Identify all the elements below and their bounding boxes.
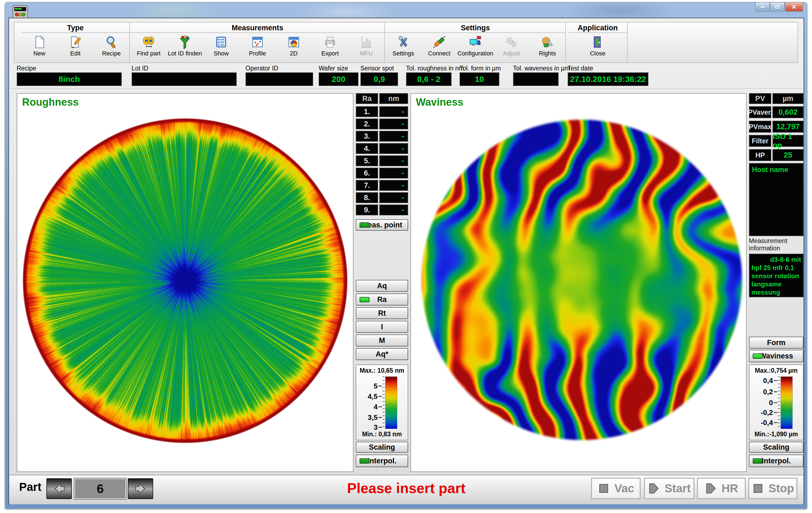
scale-tick-dash bbox=[378, 396, 382, 397]
toolbar-items: NewEditRecipe bbox=[21, 33, 129, 61]
roughness-interpol-button[interactable]: Interpol. bbox=[356, 455, 408, 467]
mode-button-aq-star[interactable]: Aq* bbox=[356, 348, 408, 360]
ra-row-value: - bbox=[379, 168, 408, 178]
mode-button-ra[interactable]: Ra bbox=[356, 293, 408, 306]
toolbar-button-2d[interactable]: 2D bbox=[276, 33, 312, 57]
scale-tick-label: 3,5 bbox=[368, 413, 378, 422]
scale-tick: 5 bbox=[356, 382, 382, 390]
toolbar-items: SettingsConnectConfigurationAdjustRights bbox=[385, 33, 566, 61]
field-value-lot-id[interactable] bbox=[132, 73, 237, 86]
toolbar-button-label: MFU bbox=[360, 50, 373, 57]
part-next-button[interactable] bbox=[128, 478, 153, 499]
mode-button-i[interactable]: I bbox=[356, 321, 408, 333]
bottom-bar: Part 6 Please insert part VacStartHRStop bbox=[9, 475, 803, 504]
toolbar-button-configuration[interactable]: Configuration bbox=[457, 33, 493, 57]
toolbar-button-label: Show bbox=[214, 50, 229, 57]
ra-row-value: - bbox=[379, 106, 408, 117]
toolbar-button-connect[interactable]: Connect bbox=[421, 33, 457, 57]
field-value-recipe[interactable]: 8inch bbox=[17, 73, 122, 86]
part-previous-button[interactable] bbox=[47, 478, 72, 499]
scale-bar-area: 54,543,53 bbox=[356, 376, 408, 429]
toolbar-button-close[interactable]: Close bbox=[568, 33, 627, 57]
toolbar-group-title: Application bbox=[568, 23, 627, 33]
minimize-button[interactable] bbox=[755, 2, 770, 12]
close-door-icon bbox=[590, 35, 605, 49]
toolbar-button-mfu[interactable]: MFU bbox=[348, 33, 384, 57]
waviness-title: Waviness bbox=[416, 96, 463, 108]
waviness-button[interactable]: Waviness bbox=[749, 350, 804, 362]
roughness-scaling-button[interactable]: Scaling bbox=[356, 442, 408, 453]
start-button[interactable]: Start bbox=[644, 478, 694, 499]
pv-row-label-pvaver: PVaver. bbox=[749, 106, 771, 118]
ra-row-value: - bbox=[379, 118, 408, 130]
title-bar[interactable]: ✕ bbox=[5, 2, 807, 18]
toolbar-button-new[interactable]: New bbox=[21, 33, 57, 57]
minor-ticks bbox=[778, 376, 780, 429]
vac-button[interactable]: Vac bbox=[591, 478, 641, 499]
start-button-label: Start bbox=[665, 482, 691, 495]
part-number-display[interactable]: 6 bbox=[74, 478, 126, 499]
toolbar: TypeNewEditRecipeMeasurementsFind partLo… bbox=[14, 22, 798, 63]
stop-button[interactable]: Stop bbox=[748, 478, 797, 499]
meas-point-button[interactable]: Meas. point bbox=[356, 219, 408, 231]
waviness-panel: Waviness bbox=[410, 93, 747, 472]
scale-min-label: Min.:-1,090 µm bbox=[750, 431, 803, 438]
waviness-scaling-button-label: Scaling bbox=[763, 443, 789, 452]
led-indicator bbox=[359, 297, 370, 302]
waviness-interpol-button[interactable]: Interpol. bbox=[749, 455, 804, 467]
field-value-wafer-size[interactable]: 200 bbox=[319, 73, 358, 86]
mode-button-ra-label: Ra bbox=[377, 295, 387, 304]
lot-id-funnel-icon bbox=[178, 35, 192, 49]
toolbar-button-settings[interactable]: Settings bbox=[385, 33, 421, 57]
close-window-button[interactable]: ✕ bbox=[785, 2, 803, 12]
mode-button-rt[interactable]: Rt bbox=[356, 307, 408, 319]
scale-tick-dash bbox=[378, 386, 382, 386]
field-value-tol-form-in-m[interactable]: 10 bbox=[460, 73, 499, 86]
recipe-magnifier-icon bbox=[104, 35, 118, 49]
maximize-button[interactable] bbox=[770, 2, 784, 12]
toolbar-button-rights[interactable]: Rights bbox=[529, 33, 566, 57]
toolbar-group-title: Measurements bbox=[130, 23, 384, 33]
hr-button[interactable]: HR bbox=[697, 478, 746, 499]
find-part-binoculars-icon bbox=[141, 35, 156, 49]
ra-row-value: - bbox=[379, 204, 408, 216]
host-name-label: Host name bbox=[749, 163, 803, 176]
pv-row-value: 25 bbox=[773, 149, 804, 161]
scale-tick-label: -0,2 bbox=[761, 408, 773, 417]
waviness-scaling-button[interactable]: Scaling bbox=[749, 442, 804, 453]
toolbar-button-adjust[interactable]: Adjust bbox=[493, 33, 529, 57]
ra-row-index: 3. bbox=[356, 131, 378, 142]
toolbar-button-show[interactable]: Show bbox=[203, 33, 239, 57]
field-label-operator-id: Operator ID bbox=[245, 65, 313, 72]
field-value-sensor-spot[interactable]: 0,9 bbox=[360, 73, 398, 86]
toolbar-button-label: Close bbox=[590, 50, 605, 57]
measurement-info-line: d3-8-6 mit bbox=[749, 254, 803, 264]
ra-row-value: - bbox=[379, 192, 408, 203]
ra-row-index: 8. bbox=[356, 192, 378, 203]
toolbar-button-lot-id-finden[interactable]: Lot ID finden bbox=[167, 33, 203, 57]
toolbar-button-edit[interactable]: Edit bbox=[57, 33, 93, 57]
scale-tick-dash bbox=[378, 427, 382, 428]
field-value-test-date[interactable]: 27.10.2016 19:36:22 bbox=[568, 73, 648, 86]
ra-row-index: 1. bbox=[356, 106, 378, 117]
square-icon bbox=[598, 482, 610, 495]
mode-button-m[interactable]: M bbox=[356, 335, 408, 346]
roughness-interpol-button-label: Interpol. bbox=[368, 457, 397, 465]
field-label-tol-roughness-in-nm: Tol. roughness in nm bbox=[406, 65, 452, 72]
toolbar-button-find-part[interactable]: Find part bbox=[130, 33, 167, 57]
part-label: Part bbox=[19, 481, 41, 494]
toolbar-button-profile[interactable]: Profile bbox=[239, 33, 276, 57]
field-value-tol-roughness-in-nm[interactable]: 0,6 - 2 bbox=[406, 73, 452, 86]
toolbar-button-recipe[interactable]: Recipe bbox=[93, 33, 129, 57]
field-label-sensor-spot: Sensor spot bbox=[360, 65, 398, 72]
field-value-operator-id[interactable] bbox=[245, 73, 313, 86]
toolbar-button-export[interactable]: Export bbox=[312, 33, 348, 57]
field-value-tol-waveness-in-m[interactable] bbox=[513, 73, 559, 86]
field-label-test-date: Test date bbox=[568, 65, 648, 72]
toolbar-button-label: Configuration bbox=[458, 50, 493, 57]
toolbar-button-label: Connect bbox=[428, 50, 451, 57]
scale-tick-dash bbox=[774, 402, 777, 403]
toolbar-button-label: Export bbox=[321, 50, 339, 57]
form-button[interactable]: Form bbox=[749, 337, 804, 349]
mode-button-aq[interactable]: Aq bbox=[356, 280, 408, 292]
